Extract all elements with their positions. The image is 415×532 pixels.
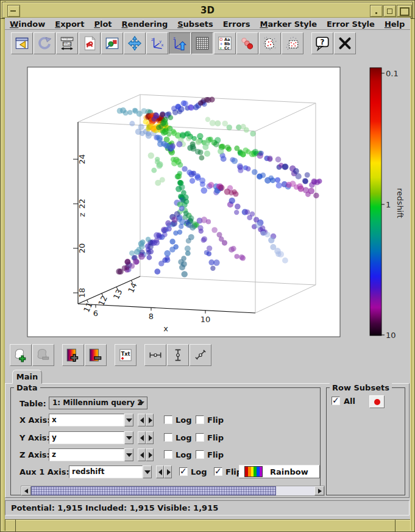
pan-button[interactable] (124, 32, 146, 54)
export-pdf-button[interactable] (79, 32, 101, 54)
y-axis-combo-arrow[interactable] (124, 431, 133, 444)
replot-button[interactable] (34, 32, 55, 54)
scroll-right-button[interactable] (314, 486, 324, 495)
remove-subset-button (32, 344, 54, 366)
table-label: Table: (20, 399, 46, 408)
x-errors-button[interactable] (144, 344, 166, 366)
y-axis-next-button[interactable] (146, 431, 154, 444)
ruler-title-button[interactable]: TITLE (56, 32, 78, 54)
topcat-3d-window: { "window": { "title": "3D", "titlebar_b… (0, 0, 415, 532)
region-subset-button[interactable] (282, 32, 303, 54)
menu-plot[interactable]: Plot (89, 19, 116, 29)
aux1-axis-flip-checkbox[interactable] (214, 467, 222, 476)
blob-subset-button[interactable] (259, 32, 281, 54)
pan-icon (127, 35, 143, 51)
row-subsets-group: Row Subsets All (326, 387, 405, 495)
y-axis-prev-button[interactable] (138, 431, 146, 444)
menu-rendering[interactable]: Rendering (117, 19, 173, 29)
x-axis-next-button[interactable] (146, 414, 154, 426)
aux1-axis-prev-button[interactable] (156, 466, 164, 478)
menu-help[interactable]: Help (380, 19, 410, 29)
x-axis-combo[interactable]: x (49, 414, 124, 426)
remove-aux-axis-button[interactable] (85, 344, 107, 366)
y-axis-flip-checkbox[interactable] (196, 433, 204, 442)
window-border-right[interactable] (410, 0, 415, 532)
maximize-button[interactable] (383, 5, 396, 17)
colorbar-title: redshift (395, 188, 405, 218)
iconify-button[interactable] (370, 5, 383, 17)
close-window-icon (337, 35, 353, 51)
close-window-button[interactable] (334, 32, 356, 54)
svg-text:?: ? (321, 38, 325, 46)
x-axis-prev-button[interactable] (138, 414, 146, 426)
svg-text:z: z (151, 37, 154, 42)
menu-bar: WindowExportPlotRenderingSubsetsErrorsMa… (5, 18, 410, 30)
z-axis-prev-button[interactable] (138, 448, 146, 461)
aux1-axis-combo-arrow[interactable] (143, 466, 152, 478)
arrow-left-icon (24, 489, 28, 494)
z-errors-icon (193, 347, 208, 363)
txt-labels-icon: Txt (118, 347, 133, 363)
rescale-vertical-button[interactable]: z (169, 32, 191, 54)
split-window-button[interactable] (11, 32, 33, 54)
svg-text:1: 1 (386, 200, 391, 209)
svg-text:10: 10 (386, 331, 396, 340)
close-button[interactable] (397, 5, 412, 17)
window-border-bottom[interactable] (0, 519, 415, 532)
plot-panel: 6810x18202224z111213140.1110redshift (5, 58, 410, 342)
x-axis-combo-arrow[interactable] (124, 414, 133, 426)
x-axis-log-checkbox[interactable] (164, 415, 172, 424)
z-errors-button[interactable] (190, 344, 211, 366)
z-axis-flip-label: Flip (207, 450, 224, 459)
resize-notch-left-top (1, 18, 5, 19)
grid-button[interactable] (191, 32, 213, 54)
aux1-axis-next-button[interactable] (164, 466, 172, 478)
menu-export[interactable]: Export (50, 19, 89, 29)
z-axis-flip-checkbox[interactable] (196, 450, 204, 459)
z-axis-log-checkbox[interactable] (164, 450, 172, 459)
menu-errors[interactable]: Errors (218, 19, 255, 29)
export-image-button[interactable] (101, 32, 123, 54)
y-errors-button[interactable] (167, 344, 189, 366)
aux1-axis-combo[interactable]: redshift (69, 466, 143, 478)
add-aux-axis-icon (65, 347, 81, 363)
z-axis-combo[interactable]: z (49, 448, 124, 461)
z-axis-combo-arrow[interactable] (124, 448, 133, 461)
chevron-down-icon (144, 470, 151, 474)
subset-all-checkbox[interactable] (332, 397, 340, 405)
subset-marker-icon (374, 399, 380, 405)
aux1-axis-label: Aux 1 Axis: (20, 467, 69, 476)
point-labels-button[interactable]: OAa+BbxCc (214, 32, 236, 54)
tab-main[interactable]: Main (12, 370, 42, 384)
colorbar: 0.1110redshift (370, 68, 405, 340)
y-axis-log-checkbox[interactable] (164, 433, 172, 442)
aux1-axis-log-checkbox[interactable] (179, 467, 188, 476)
help-button[interactable]: ? (311, 32, 333, 54)
arrow-right-icon (149, 417, 152, 423)
subset-marker-button[interactable] (369, 395, 385, 408)
txt-labels-button[interactable]: Txt (115, 344, 137, 366)
rescale-axes-button[interactable]: zyx (146, 32, 168, 54)
resize-notch-right-top (411, 18, 415, 19)
menu-error-style[interactable]: Error Style (322, 19, 380, 29)
z-axis-next-button[interactable] (146, 448, 154, 461)
blob-subset-icon (262, 35, 278, 51)
titlebar[interactable]: 3D (2, 2, 413, 18)
add-subset-button[interactable] (10, 344, 32, 366)
system-menu-button[interactable] (7, 5, 20, 17)
add-aux-axis-button[interactable] (62, 344, 84, 366)
data-horizontal-scrollbar[interactable] (21, 486, 325, 496)
scrollbar-thumb[interactable] (31, 486, 276, 495)
aux-shader-combo[interactable]: Rainbow (239, 465, 320, 478)
svg-text:TITLE: TITLE (63, 43, 71, 46)
scroll-left-button[interactable] (21, 486, 31, 495)
menu-window[interactable]: Window (5, 19, 50, 29)
x-axis-flip-checkbox[interactable] (196, 415, 204, 424)
menu-subsets[interactable]: Subsets (172, 19, 218, 29)
table-combo[interactable]: 1: Millennium query 2 (49, 397, 147, 409)
y-axis-combo[interactable]: y (49, 431, 124, 444)
menu-marker-style[interactable]: Marker Style (255, 19, 322, 29)
client-area: WindowExportPlotRenderingSubsetsErrorsMa… (5, 18, 410, 519)
fog-button[interactable] (236, 32, 258, 54)
3d-plot-canvas[interactable]: 6810x18202224z111213140.1110redshift (5, 58, 410, 342)
